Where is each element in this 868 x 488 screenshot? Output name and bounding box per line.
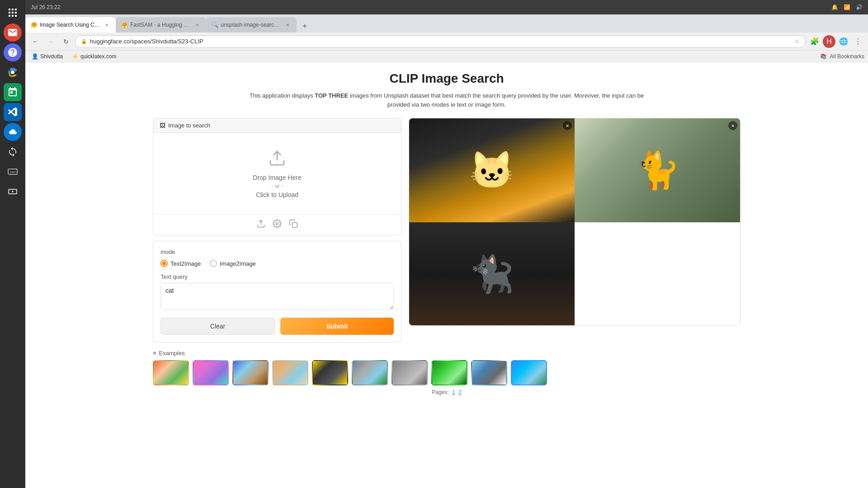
svg-text:SSD: SSD bbox=[10, 171, 16, 174]
navigation-bar: ← → ↻ 🔒 huggingface.co/spaces/Shivdutta/… bbox=[25, 33, 868, 51]
update-app-icon[interactable] bbox=[4, 143, 22, 161]
text2image-radio[interactable] bbox=[160, 260, 168, 267]
forward-button[interactable]: → bbox=[44, 35, 57, 48]
result-image-1: ✕ bbox=[409, 118, 575, 222]
calendar-app-icon[interactable] bbox=[4, 83, 22, 101]
example-fruit[interactable] bbox=[153, 360, 189, 385]
topbar-time: Jul 26 23:22 bbox=[31, 4, 60, 10]
menu-dots-icon[interactable]: ⋮ bbox=[852, 35, 864, 48]
desc-highlight: TOP THREE bbox=[315, 92, 348, 99]
tab-fastsam[interactable]: 🤗 FastSAM - a Hugging Fac... ✕ bbox=[116, 17, 206, 33]
taskbar: SSD bbox=[0, 0, 25, 488]
settings-icon[interactable] bbox=[273, 219, 282, 230]
result-1-close[interactable]: ✕ bbox=[563, 121, 572, 130]
svg-rect-4 bbox=[12, 12, 14, 14]
svg-rect-5 bbox=[15, 12, 17, 14]
examples-section: ≡ Examples Pages: 1 2 bbox=[153, 350, 741, 395]
example-building[interactable] bbox=[392, 360, 428, 385]
tab-unsplash[interactable]: 🔍 unsplash-image-search.h... ✕ bbox=[206, 17, 297, 33]
image2image-option[interactable]: Image2Image bbox=[210, 260, 256, 267]
reload-button[interactable]: ↻ bbox=[60, 35, 72, 48]
volume-icon[interactable]: 🔊 bbox=[856, 4, 863, 10]
browser-window: 🤗 Image Search Using CLIP ✕ 🤗 FastSAM - … bbox=[25, 14, 868, 488]
svg-rect-15 bbox=[292, 223, 297, 228]
tab-fastsam-title: FastSAM - a Hugging Fac... bbox=[130, 22, 191, 28]
extensions-icon[interactable]: 🧩 bbox=[808, 35, 821, 48]
profile-icon[interactable]: H bbox=[823, 35, 835, 48]
image2image-radio[interactable] bbox=[210, 260, 217, 267]
result-2-close[interactable]: ✕ bbox=[728, 121, 737, 130]
examples-icon: ≡ bbox=[153, 350, 156, 357]
example-camel[interactable] bbox=[272, 360, 308, 385]
onedrive-app-icon[interactable] bbox=[4, 123, 22, 141]
page-description: This application displays TOP THREE imag… bbox=[243, 91, 650, 109]
upload-actions bbox=[153, 214, 401, 235]
tab-fastsam-close[interactable]: ✕ bbox=[193, 21, 201, 28]
disk-app-icon[interactable] bbox=[4, 183, 22, 201]
ssd-app-icon[interactable]: SSD bbox=[4, 163, 22, 181]
bookmark-quicklatex-label: quicklatex.com bbox=[80, 53, 116, 60]
text2image-option[interactable]: Text2Image bbox=[160, 260, 201, 267]
page-content: CLIP Image Search This application displ… bbox=[25, 62, 868, 488]
all-bookmarks-label: All Bookmarks bbox=[830, 53, 864, 60]
example-church[interactable] bbox=[232, 360, 269, 385]
tab-unsplash-favicon: 🔍 bbox=[212, 22, 218, 28]
text-query-label: Text query bbox=[160, 273, 394, 280]
tab-clip-close[interactable]: ✕ bbox=[103, 21, 110, 28]
address-bar[interactable]: 🔒 huggingface.co/spaces/Shivdutta/S23-CL… bbox=[75, 35, 806, 48]
tab-bar: 🤗 Image Search Using CLIP ✕ 🤗 FastSAM - … bbox=[25, 14, 868, 33]
text-query-input[interactable]: cat bbox=[160, 283, 394, 310]
vscode-app-icon[interactable] bbox=[4, 103, 22, 121]
results-panel: ✕ ✕ bbox=[409, 118, 741, 326]
example-taxi[interactable] bbox=[312, 360, 348, 385]
svg-rect-1 bbox=[12, 9, 14, 10]
svg-rect-3 bbox=[9, 12, 10, 14]
svg-rect-6 bbox=[9, 15, 10, 17]
example-ocean[interactable] bbox=[511, 360, 547, 385]
upload-tab-label: Image to search bbox=[168, 122, 210, 129]
help-app-icon[interactable] bbox=[4, 43, 22, 61]
lock-icon: 🔒 bbox=[81, 38, 87, 44]
tab-clip[interactable]: 🤗 Image Search Using CLIP ✕ bbox=[25, 17, 116, 33]
example-mountain[interactable] bbox=[471, 360, 507, 385]
text2image-label: Text2Image bbox=[170, 260, 201, 267]
chrome-app-icon[interactable] bbox=[4, 63, 22, 81]
network-icon[interactable]: 🌐 bbox=[837, 35, 850, 48]
examples-pages: Pages: 1 2 bbox=[153, 389, 741, 395]
left-panel: 🖼 Image to search Drop Image Here bbox=[153, 118, 401, 343]
submit-button[interactable]: Submit bbox=[280, 318, 394, 335]
bookmark-quicklatex[interactable]: ⚡ quicklatex.com bbox=[69, 52, 119, 61]
drop-zone[interactable]: Drop Image Here - or - Click to Upload bbox=[153, 133, 401, 214]
result-image-2: ✕ bbox=[575, 118, 740, 222]
wifi-icon: 📶 bbox=[844, 4, 850, 10]
svg-rect-8 bbox=[15, 15, 17, 17]
example-city[interactable] bbox=[352, 360, 388, 385]
radio-group: Text2Image Image2Image bbox=[160, 260, 394, 267]
page-link-2[interactable]: 2 bbox=[458, 389, 462, 395]
bookmark-shivdutta[interactable]: 👤 Shivdutta bbox=[29, 52, 66, 61]
bookmark-star-icon[interactable]: ☆ bbox=[794, 38, 800, 45]
upload-section: 🖼 Image to search Drop Image Here bbox=[153, 118, 401, 235]
cat-orange-image bbox=[409, 118, 575, 222]
svg-point-14 bbox=[276, 223, 278, 225]
copy-icon[interactable] bbox=[289, 219, 298, 230]
mail-app-icon[interactable] bbox=[4, 23, 22, 42]
cat-black-image bbox=[409, 222, 575, 325]
or-text: - or - bbox=[271, 183, 283, 189]
address-url: huggingface.co/spaces/Shivdutta/S23-CLIP bbox=[90, 38, 203, 45]
notification-icon[interactable]: 🔔 bbox=[831, 4, 838, 10]
all-bookmarks[interactable]: 📚 All Bookmarks bbox=[820, 53, 864, 60]
clear-button[interactable]: Clear bbox=[160, 318, 275, 335]
upload-icon[interactable] bbox=[256, 219, 265, 230]
back-button[interactable]: ← bbox=[29, 35, 42, 48]
example-flower[interactable] bbox=[193, 360, 229, 385]
tab-clip-title: Image Search Using CLIP bbox=[40, 22, 100, 28]
new-tab-button[interactable]: + bbox=[298, 20, 311, 33]
tab-unsplash-close[interactable]: ✕ bbox=[284, 21, 291, 28]
mode-label: mode bbox=[160, 249, 394, 255]
example-green[interactable] bbox=[431, 360, 467, 385]
page-link-1[interactable]: 1 bbox=[452, 389, 455, 395]
upload-tab[interactable]: 🖼 Image to search bbox=[153, 118, 401, 133]
app-grid-icon[interactable] bbox=[4, 4, 22, 22]
system-topbar: Jul 26 23:22 🔔 📶 🔊 bbox=[25, 0, 868, 14]
